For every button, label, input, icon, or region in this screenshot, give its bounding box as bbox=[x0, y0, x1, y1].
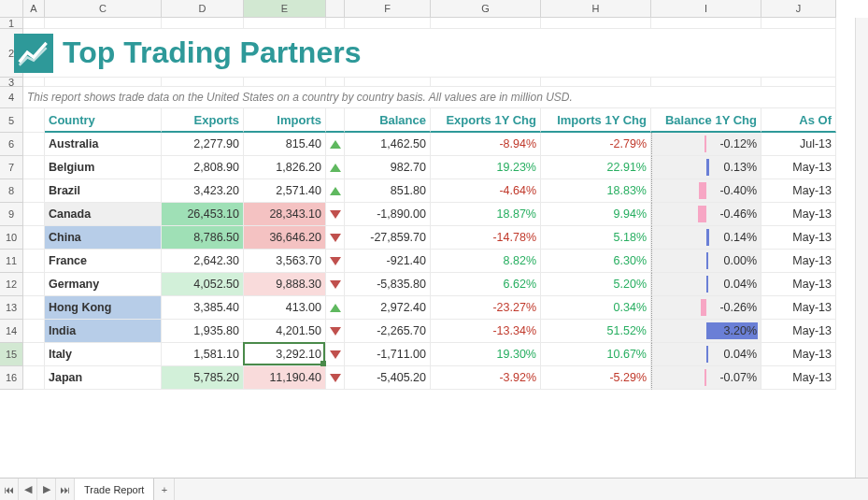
cell-asof[interactable]: May-13 bbox=[761, 296, 836, 320]
tab-nav-first[interactable]: ⏮ bbox=[0, 479, 19, 500]
cell-direction[interactable] bbox=[326, 296, 345, 320]
cell-direction[interactable] bbox=[326, 320, 345, 343]
cell[interactable] bbox=[23, 296, 45, 320]
cell-bal-chg[interactable]: 0.00% bbox=[651, 250, 761, 273]
cell-imports[interactable]: 2,571.40 bbox=[244, 179, 326, 203]
cell-bal-chg[interactable]: 3.20% bbox=[651, 320, 761, 343]
cell[interactable] bbox=[162, 78, 244, 87]
cell-imp-chg[interactable]: 5.18% bbox=[541, 226, 651, 250]
cell-exp-chg[interactable]: 8.82% bbox=[431, 250, 541, 273]
cell-asof[interactable]: May-13 bbox=[761, 250, 836, 273]
cell[interactable] bbox=[23, 18, 45, 29]
cell-balance[interactable]: 851.80 bbox=[345, 179, 431, 203]
th-imp-chg[interactable]: Imports 1Y Chg bbox=[541, 108, 651, 133]
cell[interactable] bbox=[541, 78, 651, 87]
cell-direction[interactable] bbox=[326, 226, 345, 250]
cell-country[interactable]: Canada bbox=[45, 203, 162, 226]
cell-balance[interactable]: 1,462.50 bbox=[345, 133, 431, 156]
cell-country[interactable]: France bbox=[45, 250, 162, 273]
row-header-13[interactable]: 13 bbox=[0, 296, 23, 320]
cell-asof[interactable]: May-13 bbox=[761, 226, 836, 250]
cell-country[interactable]: Italy bbox=[45, 343, 162, 366]
cell-bal-chg[interactable]: 0.04% bbox=[651, 273, 761, 296]
cell-direction[interactable] bbox=[326, 250, 345, 273]
cell-imports[interactable]: 3,292.10 bbox=[244, 343, 326, 366]
cell-bal-chg[interactable]: 0.13% bbox=[651, 156, 761, 179]
row-header-1[interactable]: 1 bbox=[0, 18, 23, 29]
cell-imports[interactable]: 413.00 bbox=[244, 296, 326, 320]
cell-asof[interactable]: May-13 bbox=[761, 366, 836, 390]
cell-balance[interactable]: -5,405.20 bbox=[345, 366, 431, 390]
cell-bal-chg[interactable]: -0.26% bbox=[651, 296, 761, 320]
cell[interactable] bbox=[431, 78, 541, 87]
cell-balance[interactable]: -1,890.00 bbox=[345, 203, 431, 226]
cell[interactable] bbox=[23, 343, 45, 366]
col-header-I[interactable]: I bbox=[651, 0, 761, 18]
cell[interactable] bbox=[345, 18, 431, 29]
cell-balance[interactable]: -5,835.80 bbox=[345, 273, 431, 296]
th-balance[interactable]: Balance bbox=[345, 108, 431, 133]
cell[interactable] bbox=[23, 179, 45, 203]
row-header-11[interactable]: 11 bbox=[0, 250, 23, 273]
col-header-F[interactable]: F bbox=[345, 0, 431, 18]
cell[interactable] bbox=[23, 133, 45, 156]
cell-balance[interactable]: -921.40 bbox=[345, 250, 431, 273]
cell-imp-chg[interactable]: 0.34% bbox=[541, 296, 651, 320]
subtitle-cell[interactable]: This report shows trade data on the Unit… bbox=[23, 87, 836, 108]
select-all-corner[interactable] bbox=[0, 0, 23, 18]
cell-exp-chg[interactable]: 19.30% bbox=[431, 343, 541, 366]
tab-nav-next[interactable]: ▶ bbox=[37, 479, 56, 500]
th-exports[interactable]: Exports bbox=[162, 108, 244, 133]
cell[interactable] bbox=[23, 366, 45, 390]
sheet-tab-trade-report[interactable]: Trade Report bbox=[75, 479, 154, 500]
cell[interactable] bbox=[23, 78, 45, 87]
cell[interactable] bbox=[23, 108, 45, 133]
cell[interactable] bbox=[244, 18, 326, 29]
cell-exports[interactable]: 2,808.90 bbox=[162, 156, 244, 179]
cell-bal-chg[interactable]: -0.12% bbox=[651, 133, 761, 156]
th-exp-chg[interactable]: Exports 1Y Chg bbox=[431, 108, 541, 133]
cell-exp-chg[interactable]: -4.64% bbox=[431, 179, 541, 203]
cell-balance[interactable]: -1,711.00 bbox=[345, 343, 431, 366]
cell-asof[interactable]: May-13 bbox=[761, 273, 836, 296]
cell-country[interactable]: Japan bbox=[45, 366, 162, 390]
cell[interactable] bbox=[431, 18, 541, 29]
col-header-G[interactable]: G bbox=[431, 0, 541, 18]
cell-direction[interactable] bbox=[326, 366, 345, 390]
cell[interactable] bbox=[326, 78, 345, 87]
cell-exports[interactable]: 2,642.30 bbox=[162, 250, 244, 273]
col-header-C[interactable]: C bbox=[45, 0, 162, 18]
cell-direction[interactable] bbox=[326, 343, 345, 366]
cell-exports[interactable]: 3,385.40 bbox=[162, 296, 244, 320]
cell-imports[interactable]: 815.40 bbox=[244, 133, 326, 156]
cell-asof[interactable]: Jul-13 bbox=[761, 133, 836, 156]
tab-nav-last[interactable]: ⏭ bbox=[56, 479, 75, 500]
cell-imp-chg[interactable]: 18.83% bbox=[541, 179, 651, 203]
cell-country[interactable]: Belgium bbox=[45, 156, 162, 179]
cell[interactable] bbox=[345, 78, 431, 87]
cell[interactable] bbox=[23, 250, 45, 273]
cell-exp-chg[interactable]: 18.87% bbox=[431, 203, 541, 226]
cell-exp-chg[interactable]: -3.92% bbox=[431, 366, 541, 390]
cell-exp-chg[interactable]: -13.34% bbox=[431, 320, 541, 343]
cell-imp-chg[interactable]: 10.67% bbox=[541, 343, 651, 366]
row-header-4[interactable]: 4 bbox=[0, 87, 23, 108]
cell-balance[interactable]: 2,972.40 bbox=[345, 296, 431, 320]
cell-imp-chg[interactable]: 22.91% bbox=[541, 156, 651, 179]
row-header-5[interactable]: 5 bbox=[0, 108, 23, 133]
cell-asof[interactable]: May-13 bbox=[761, 320, 836, 343]
cell-imp-chg[interactable]: -5.29% bbox=[541, 366, 651, 390]
col-header-E[interactable]: E bbox=[244, 0, 326, 18]
cell-exp-chg[interactable]: -8.94% bbox=[431, 133, 541, 156]
cell[interactable] bbox=[23, 226, 45, 250]
cell-imports[interactable]: 3,563.70 bbox=[244, 250, 326, 273]
row-header-3[interactable]: 3 bbox=[0, 78, 23, 87]
add-sheet-button[interactable]: + bbox=[154, 479, 175, 500]
cell-balance[interactable]: 982.70 bbox=[345, 156, 431, 179]
th-bal-chg[interactable]: Balance 1Y Chg bbox=[651, 108, 761, 133]
cell-exp-chg[interactable]: -14.78% bbox=[431, 226, 541, 250]
cell[interactable] bbox=[651, 78, 761, 87]
cell-exports[interactable]: 1,935.80 bbox=[162, 320, 244, 343]
col-header-D[interactable]: D bbox=[162, 0, 244, 18]
title-cell[interactable]: Top Trading Partners bbox=[23, 29, 836, 78]
